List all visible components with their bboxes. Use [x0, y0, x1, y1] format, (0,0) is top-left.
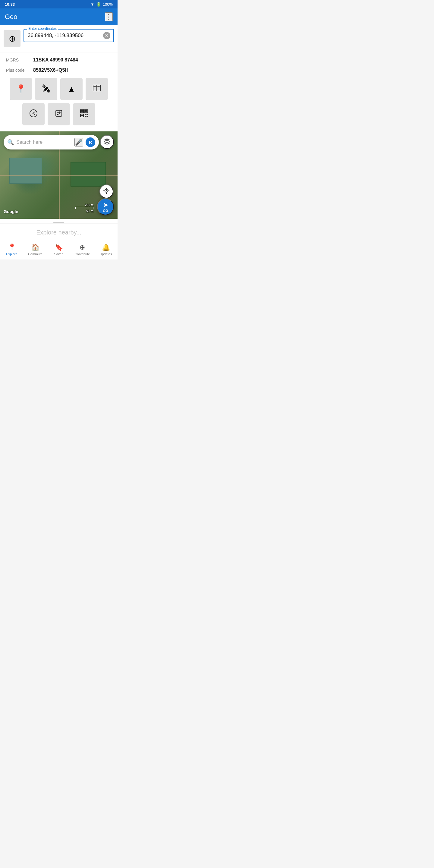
mgrs-label: MGRS — [6, 58, 33, 62]
app-bar: Geo ⋮ — [0, 8, 118, 25]
pluscode-label: Plus code — [6, 68, 33, 73]
svg-rect-15 — [85, 116, 86, 117]
directions-button[interactable] — [48, 103, 70, 125]
contribute-nav-label: Contribute — [75, 252, 90, 256]
my-location-button[interactable]: ⊕ — [4, 30, 21, 47]
pin-drop-button[interactable]: 📍 — [10, 78, 32, 100]
share-button[interactable] — [22, 103, 44, 125]
satellite-view-button[interactable]: 🛰 — [35, 78, 57, 100]
svg-line-2 — [93, 86, 97, 87]
terrain-button[interactable]: ▲ — [60, 78, 83, 100]
battery-icon: 🔋 — [96, 2, 101, 7]
map-section[interactable]: 🔍 Search here 🎤 R ➤ — [0, 131, 118, 219]
coordinates-input-wrapper: Enter coordinates ✕ — [24, 29, 114, 42]
svg-rect-14 — [87, 114, 88, 115]
crosshair-icon: ⊕ — [9, 34, 16, 44]
explore-nearby-text: Explore nearby... — [36, 229, 82, 236]
layers-button[interactable] — [100, 135, 114, 149]
pluscode-row: Plus code 8582V5X6+Q5H — [6, 67, 112, 73]
go-label: GO — [103, 209, 108, 213]
directions-icon: ➤ — [103, 201, 108, 209]
saved-nav-label: Saved — [54, 252, 63, 256]
qr-code-icon — [79, 108, 89, 120]
explore-nav-label: Explore — [6, 252, 17, 256]
svg-rect-12 — [81, 115, 83, 116]
clear-input-button[interactable]: ✕ — [103, 32, 110, 39]
commute-nav-icon: 🏠 — [31, 244, 39, 251]
coordinates-input[interactable] — [28, 32, 98, 39]
map-icon — [92, 83, 101, 95]
google-watermark: Google — [4, 209, 18, 214]
svg-point-4 — [30, 110, 37, 117]
app-title: Geo — [5, 13, 18, 21]
status-icons: ▼ 🔋 100% — [90, 2, 113, 7]
go-button[interactable]: ➤ GO — [97, 198, 114, 215]
share-icon — [29, 108, 38, 120]
satellite-icon: 🛰 — [42, 84, 50, 94]
user-avatar[interactable]: R — [86, 137, 95, 147]
nav-saved[interactable]: 🔖 Saved — [50, 244, 68, 256]
nav-explore[interactable]: 📍 Explore — [3, 244, 21, 256]
more-options-button[interactable]: ⋮ — [105, 12, 113, 22]
battery-percent: 100% — [103, 2, 113, 7]
contribute-nav-icon: ⊕ — [80, 244, 85, 251]
search-placeholder: Search here — [16, 140, 72, 145]
explore-nav-icon: 📍 — [8, 244, 16, 251]
scale-bar — [75, 207, 93, 209]
coordinates-label: Enter coordinates — [27, 27, 58, 31]
action-grid: 📍 🛰 ▲ — [6, 78, 112, 125]
water-feature — [9, 158, 42, 184]
navigation-icon — [54, 108, 64, 120]
svg-rect-13 — [85, 114, 86, 115]
bottom-sheet-handle — [53, 222, 64, 223]
terrain-icon: ▲ — [67, 84, 75, 94]
nav-updates[interactable]: 🔔 Updates — [97, 244, 115, 256]
info-section: MGRS 11SKA 46990 87484 Plus code 8582V5X… — [0, 53, 118, 131]
status-bar: 10:33 ▼ 🔋 100% — [0, 0, 118, 8]
microphone-button[interactable]: 🎤 — [74, 138, 83, 147]
svg-rect-8 — [81, 110, 83, 112]
svg-rect-6 — [56, 110, 62, 116]
field-feature — [70, 162, 106, 187]
center-location-button[interactable] — [99, 184, 113, 198]
bottom-navigation: 📍 Explore 🏠 Commute 🔖 Saved ⊕ Contribute… — [0, 241, 118, 259]
coordinates-section: ⊕ Enter coordinates ✕ — [0, 25, 118, 52]
scale-ft-label: 200 ft — [85, 203, 93, 207]
search-icon: 🔍 — [7, 139, 14, 146]
action-row-2 — [22, 103, 95, 125]
action-row-1: 📍 🛰 ▲ — [10, 78, 108, 100]
saved-nav-icon: 🔖 — [55, 244, 63, 251]
status-time: 10:33 — [5, 2, 15, 7]
pluscode-value: 8582V5X6+Q5H — [33, 67, 68, 73]
wifi-icon: ▼ — [90, 2, 94, 7]
mgrs-value: 11SKA 46990 87484 — [33, 57, 78, 63]
map-button[interactable] — [86, 78, 108, 100]
bottom-handle-area — [0, 219, 118, 223]
updates-nav-label: Updates — [100, 252, 112, 256]
commute-nav-label: Commute — [28, 252, 42, 256]
svg-point-22 — [106, 190, 107, 191]
qrcode-button[interactable] — [73, 103, 95, 125]
svg-rect-10 — [85, 110, 87, 112]
pin-drop-icon: 📍 — [16, 84, 26, 94]
my-location-icon — [103, 187, 110, 196]
search-bar[interactable]: 🔍 Search here 🎤 R — [4, 135, 99, 150]
mgrs-row: MGRS 11SKA 46990 87484 — [6, 57, 112, 63]
layers-icon — [103, 138, 111, 147]
svg-line-3 — [97, 86, 100, 87]
nav-contribute[interactable]: ⊕ Contribute — [73, 244, 91, 256]
updates-nav-icon: 🔔 — [102, 244, 110, 251]
explore-nearby-section: Explore nearby... — [0, 224, 118, 241]
nav-commute[interactable]: 🏠 Commute — [26, 244, 44, 256]
svg-rect-16 — [87, 116, 88, 117]
scale-m-label: 50 m — [86, 209, 93, 213]
map-scale: 200 ft 50 m — [75, 203, 93, 213]
